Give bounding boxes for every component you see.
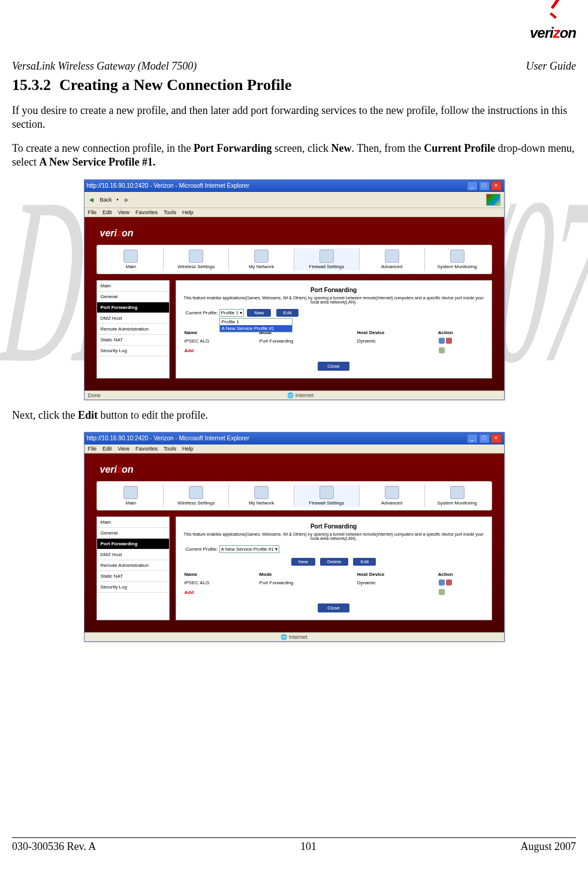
profile-option-1[interactable]: A New Service Profile #1 xyxy=(220,325,292,332)
tab-main[interactable]: Main xyxy=(99,485,164,507)
paragraph-1: If you desire to create a new profile, a… xyxy=(12,104,576,132)
menu-edit[interactable]: Edit xyxy=(102,209,112,215)
edit-icon[interactable] xyxy=(439,579,445,585)
menu-view[interactable]: View xyxy=(118,209,129,215)
firewall-icon xyxy=(319,486,334,499)
window-titlebar: http://10.16.90.10:2420 - Verizon - Micr… xyxy=(85,180,504,192)
menu-view[interactable]: View xyxy=(118,446,129,452)
sidebar-item-main[interactable]: Main xyxy=(97,281,169,292)
edit-button[interactable]: Edit xyxy=(353,558,376,566)
profile-dropdown: Profile 1 A New Service Profile #1 xyxy=(219,318,293,332)
tab-firewall[interactable]: Firewall Settings xyxy=(294,485,360,507)
cell-name: IPSEC ALG xyxy=(182,578,257,588)
tab-wireless[interactable]: Wireless Settings xyxy=(164,248,229,271)
menu-file[interactable]: File xyxy=(88,446,97,452)
col-action: Action xyxy=(436,329,486,337)
delete-button[interactable]: Delete xyxy=(320,558,348,566)
minimize-button[interactable]: _ xyxy=(467,181,478,191)
minimize-button[interactable]: _ xyxy=(467,434,478,443)
sidebar-item-remoteadmin[interactable]: Remote Administration xyxy=(97,560,169,571)
sidebar-item-portfwd[interactable]: Port Forwarding xyxy=(97,539,169,549)
tab-network[interactable]: My Network xyxy=(229,248,294,271)
profile-option-0[interactable]: Profile 1 xyxy=(220,319,292,325)
browser-statusbar: Done 🌐 Internet xyxy=(85,391,504,400)
wireless-icon xyxy=(189,250,203,263)
forward-icon[interactable]: ► xyxy=(123,196,131,204)
new-button[interactable]: New xyxy=(291,558,315,566)
tab-advanced[interactable]: Advanced xyxy=(360,485,425,507)
tab-firewall[interactable]: Firewall Settings xyxy=(294,248,360,271)
doc-guide: User Guide xyxy=(526,60,577,73)
tab-main[interactable]: Main xyxy=(99,248,164,271)
footer-left: 030-300536 Rev. A xyxy=(12,840,96,853)
paragraph-2: To create a new connection profile, in t… xyxy=(12,142,576,170)
status-zone: Internet xyxy=(289,634,307,640)
close-button-panel[interactable]: Close xyxy=(318,603,349,612)
maximize-button[interactable]: □ xyxy=(479,434,490,443)
add-row: Add xyxy=(182,346,486,356)
cell-name: IPSEC ALG xyxy=(182,337,257,346)
close-button-panel[interactable]: Close xyxy=(318,362,349,371)
sidebar-item-staticnat[interactable]: Static NAT xyxy=(97,335,169,346)
delete-icon[interactable] xyxy=(446,579,452,585)
menu-file[interactable]: File xyxy=(88,209,97,215)
section-number: 15.3.2 xyxy=(12,76,51,94)
cell-host: Dynamic xyxy=(355,337,436,346)
menu-favorites[interactable]: Favorites xyxy=(135,209,158,215)
panel-description: This feature enables applications(Games,… xyxy=(182,296,486,304)
sidebar-item-main[interactable]: Main xyxy=(97,517,169,528)
edit-icon[interactable] xyxy=(439,338,445,344)
add-icon[interactable] xyxy=(439,347,445,353)
menu-tools[interactable]: Tools xyxy=(164,446,176,452)
sidebar-item-general[interactable]: General xyxy=(97,292,169,302)
tab-network[interactable]: My Network xyxy=(229,485,294,507)
new-button[interactable]: New xyxy=(247,309,271,317)
close-button[interactable]: × xyxy=(491,434,502,443)
wireless-icon xyxy=(189,486,203,499)
sidebar-item-seclog[interactable]: Security Log xyxy=(97,582,169,593)
tab-monitoring[interactable]: System Monitoring xyxy=(425,248,490,271)
menu-favorites[interactable]: Favorites xyxy=(135,446,158,452)
tab-monitoring[interactable]: System Monitoring xyxy=(425,485,490,507)
sidebar-item-dmz[interactable]: DMZ Host xyxy=(97,313,169,324)
sidebar-item-portfwd[interactable]: Port Forwarding xyxy=(97,302,169,313)
sidebar-item-remoteadmin[interactable]: Remote Administration xyxy=(97,324,169,335)
table-header-row: Name Mode Host Device Action xyxy=(182,570,486,578)
maximize-button[interactable]: □ xyxy=(479,181,490,191)
edit-button[interactable]: Edit xyxy=(276,309,299,317)
sidebar-item-seclog[interactable]: Security Log xyxy=(97,346,169,356)
browser-statusbar: 🌐 Internet xyxy=(85,632,504,641)
tab-advanced[interactable]: Advanced xyxy=(360,248,425,271)
app-logo: verizon xyxy=(100,228,492,239)
delete-icon[interactable] xyxy=(446,338,452,344)
back-icon[interactable]: ◄ xyxy=(88,196,95,204)
menu-help[interactable]: Help xyxy=(182,209,194,215)
menu-help[interactable]: Help xyxy=(182,446,194,452)
menu-edit[interactable]: Edit xyxy=(102,446,112,452)
table-row: IPSEC ALG Port Forwarding Dynamic xyxy=(182,337,486,346)
current-profile-label: Current Profile: xyxy=(186,546,218,552)
add-link[interactable]: Add xyxy=(185,348,194,353)
back-label[interactable]: Back xyxy=(99,197,111,203)
panel-title: Port Forwarding xyxy=(182,523,486,530)
sidebar-item-general[interactable]: General xyxy=(97,528,169,539)
sidebar-item-dmz[interactable]: DMZ Host xyxy=(97,549,169,560)
main-icon xyxy=(123,250,138,263)
close-button[interactable]: × xyxy=(491,181,502,191)
main-icon xyxy=(123,486,138,499)
sidebar-item-staticnat[interactable]: Static NAT xyxy=(97,571,169,582)
browser-menubar: File Edit View Favorites Tools Help xyxy=(85,208,504,217)
portfwd-panel: Port Forwarding This feature enables app… xyxy=(176,516,492,620)
add-icon[interactable] xyxy=(439,589,445,595)
menu-tools[interactable]: Tools xyxy=(164,209,176,215)
table-row: IPSEC ALG Port Forwarding Dynamic xyxy=(182,578,486,588)
cell-mode: Port Forwarding xyxy=(257,337,355,346)
profile-select[interactable]: Profile 1 ▾ Profile 1 A New Service Prof… xyxy=(219,309,245,317)
tab-wireless[interactable]: Wireless Settings xyxy=(164,485,229,507)
col-action: Action xyxy=(436,570,486,578)
monitoring-icon xyxy=(450,250,465,263)
add-link[interactable]: Add xyxy=(185,590,194,595)
profile-select[interactable]: A New Service Profile #1 ▾ xyxy=(219,545,279,553)
screenshot-2: http://10.16.90.10:2420 - Verizon - Micr… xyxy=(84,432,505,642)
col-name: Name xyxy=(182,570,257,578)
